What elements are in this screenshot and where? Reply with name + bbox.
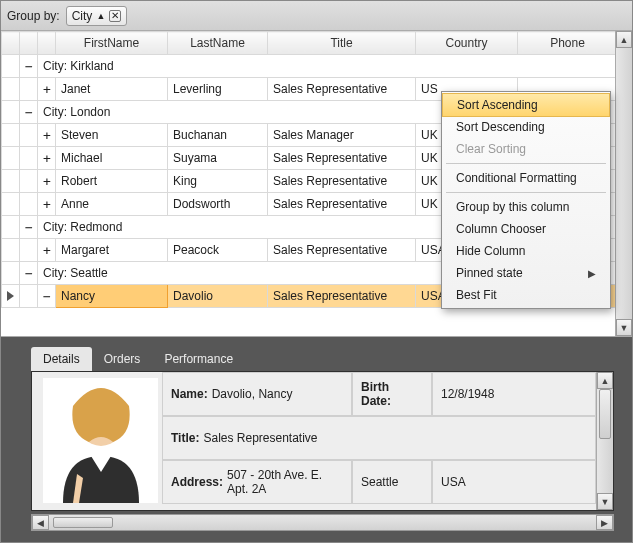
detail-horizontal-scrollbar[interactable]: ◀ ▶ [31, 514, 614, 531]
group-tag-city[interactable]: City ▲ ✕ [66, 6, 128, 26]
scroll-up-icon[interactable]: ▲ [597, 372, 613, 389]
cell-title: Sales Representative [268, 285, 416, 308]
scroll-thumb[interactable] [53, 517, 113, 528]
submenu-arrow-icon: ▶ [588, 268, 596, 279]
menu-hide-column[interactable]: Hide Column [442, 240, 610, 262]
header-expand-1 [20, 32, 38, 55]
grid-container: FirstName LastName Title Country Phone −… [1, 31, 632, 337]
menu-group-by-column[interactable]: Group by this column [442, 196, 610, 218]
cell-title: Sales Manager [268, 124, 416, 147]
detail-body: Name: Davolio, Nancy Birth Date: 12/8/19… [31, 371, 614, 511]
group-row[interactable]: − City: Kirkland [2, 55, 618, 78]
tab-orders[interactable]: Orders [92, 347, 153, 371]
cell-firstname: Janet [56, 78, 168, 101]
column-context-menu: Sort Ascending Sort Descending Clear Sor… [441, 91, 611, 309]
avatar-icon [43, 378, 158, 503]
scroll-down-icon[interactable]: ▼ [597, 493, 613, 510]
cell-lastname: Buchanan [168, 124, 268, 147]
remove-group-icon[interactable]: ✕ [109, 10, 121, 22]
scroll-up-icon[interactable]: ▲ [616, 31, 632, 48]
cell-firstname: Nancy [56, 285, 168, 308]
scroll-right-icon[interactable]: ▶ [596, 515, 613, 530]
expand-icon[interactable]: + [38, 239, 56, 262]
detail-birth-label: Birth Date: [361, 380, 419, 408]
cell-title: Sales Representative [268, 147, 416, 170]
header-expand-2 [38, 32, 56, 55]
detail-address: Address: 507 - 20th Ave. E. Apt. 2A [162, 460, 352, 504]
detail-address-value: 507 - 20th Ave. E. Apt. 2A [227, 468, 343, 496]
scroll-left-icon[interactable]: ◀ [32, 515, 49, 530]
group-label: City: Kirkland [38, 55, 618, 78]
detail-info-grid: Name: Davolio, Nancy Birth Date: 12/8/19… [162, 372, 596, 510]
header-firstname[interactable]: FirstName [56, 32, 168, 55]
detail-birth-value: 12/8/1948 [432, 372, 596, 416]
collapse-icon[interactable]: − [20, 101, 38, 124]
tab-details[interactable]: Details [31, 347, 92, 371]
collapse-icon[interactable]: − [20, 216, 38, 239]
expand-icon[interactable]: + [38, 193, 56, 216]
detail-vertical-scrollbar[interactable]: ▲ ▼ [596, 372, 613, 510]
cell-firstname: Michael [56, 147, 168, 170]
collapse-icon[interactable]: − [20, 55, 38, 78]
details-panel: Details Orders Performance Name: Davolio… [1, 337, 632, 543]
cell-lastname: Dodsworth [168, 193, 268, 216]
detail-name: Name: Davolio, Nancy [162, 372, 352, 416]
group-by-bar: Group by: City ▲ ✕ [1, 1, 632, 31]
menu-conditional-formatting[interactable]: Conditional Formatting [442, 167, 610, 189]
detail-city: Seattle [352, 460, 432, 504]
employee-photo [32, 372, 162, 510]
expand-icon[interactable]: + [38, 78, 56, 101]
header-row: FirstName LastName Title Country Phone [2, 32, 618, 55]
menu-sort-descending[interactable]: Sort Descending [442, 116, 610, 138]
row-indicator [2, 285, 20, 308]
sort-asc-icon: ▲ [96, 11, 105, 21]
detail-title-value: Sales Representative [203, 431, 317, 445]
cell-lastname: King [168, 170, 268, 193]
menu-sort-ascending[interactable]: Sort Ascending [442, 93, 610, 117]
header-indicator [2, 32, 20, 55]
detail-name-value: Davolio, Nancy [212, 387, 293, 401]
detail-country: USA [432, 460, 596, 504]
detail-address-label: Address: [171, 475, 223, 489]
cell-firstname: Steven [56, 124, 168, 147]
menu-clear-sorting: Clear Sorting [442, 138, 610, 160]
menu-separator [446, 192, 606, 193]
detail-birth-label-cell: Birth Date: [352, 372, 432, 416]
menu-pinned-state-label: Pinned state [456, 266, 523, 280]
menu-best-fit[interactable]: Best Fit [442, 284, 610, 306]
cell-lastname: Peacock [168, 239, 268, 262]
scroll-down-icon[interactable]: ▼ [616, 319, 632, 336]
detail-name-label: Name: [171, 387, 208, 401]
menu-separator [446, 163, 606, 164]
header-country[interactable]: Country [416, 32, 518, 55]
cell-lastname: Leverling [168, 78, 268, 101]
group-by-label: Group by: [7, 9, 60, 23]
expand-icon[interactable]: + [38, 147, 56, 170]
detail-title: Title: Sales Representative [162, 416, 596, 460]
cell-title: Sales Representative [268, 239, 416, 262]
cell-firstname: Margaret [56, 239, 168, 262]
detail-tabs: Details Orders Performance [31, 347, 614, 371]
collapse-icon[interactable]: − [20, 262, 38, 285]
menu-pinned-state[interactable]: Pinned state ▶ [442, 262, 610, 284]
scroll-thumb[interactable] [599, 389, 611, 439]
header-title[interactable]: Title [268, 32, 416, 55]
cell-lastname: Davolio [168, 285, 268, 308]
expand-icon[interactable]: + [38, 124, 56, 147]
collapse-icon[interactable]: − [38, 285, 56, 308]
current-row-icon [7, 291, 14, 301]
cell-title: Sales Representative [268, 170, 416, 193]
header-lastname[interactable]: LastName [168, 32, 268, 55]
group-tag-text: City [72, 9, 93, 23]
cell-title: Sales Representative [268, 78, 416, 101]
cell-lastname: Suyama [168, 147, 268, 170]
cell-title: Sales Representative [268, 193, 416, 216]
detail-title-label: Title: [171, 431, 199, 445]
header-phone[interactable]: Phone [518, 32, 618, 55]
tab-performance[interactable]: Performance [152, 347, 245, 371]
cell-firstname: Anne [56, 193, 168, 216]
grid-vertical-scrollbar[interactable]: ▲ ▼ [615, 31, 632, 336]
expand-icon[interactable]: + [38, 170, 56, 193]
menu-column-chooser[interactable]: Column Chooser [442, 218, 610, 240]
cell-firstname: Robert [56, 170, 168, 193]
